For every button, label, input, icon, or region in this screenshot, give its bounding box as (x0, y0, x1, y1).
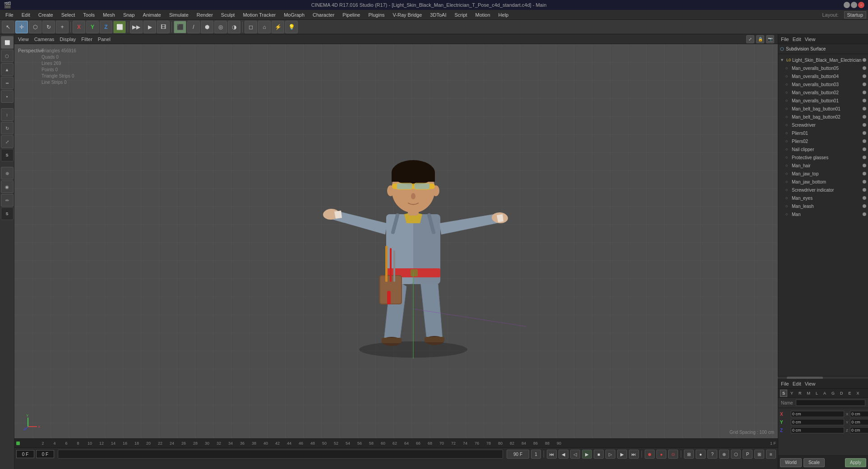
timeline-fps-input[interactable]: 90 F (507, 450, 529, 459)
timeline-auto-key[interactable]: ⊙ (668, 450, 678, 459)
toolbar-light[interactable]: 💡 (285, 21, 298, 33)
menu-tools[interactable]: Tools (79, 11, 98, 18)
vis-1[interactable] (863, 74, 866, 78)
viewport-view-tab[interactable]: View (18, 37, 29, 42)
scene-item-nail-clipper[interactable]: ○ Nail clipper (778, 145, 868, 153)
timeline-ruler[interactable]: 2468101214161820222426283032343638404244… (14, 439, 778, 448)
vis-nc[interactable] (863, 147, 866, 151)
toolbar-z[interactable]: Z (100, 21, 112, 33)
timeline-stop[interactable]: ■ (594, 450, 604, 459)
scene-item-4[interactable]: ○ Man_overalls_button01 (778, 97, 868, 105)
vis-3[interactable] (863, 91, 866, 94)
timeline-icon2[interactable]: ● (696, 450, 706, 459)
timeline-icon1[interactable]: ⊞ (684, 450, 694, 459)
viewport-cameras-tab[interactable]: Cameras (34, 37, 55, 42)
scene-item-2[interactable]: ○ Man_overalls_button03 (778, 80, 868, 88)
timeline-icon5[interactable]: ⬡ (731, 450, 741, 459)
scene-item-jaw-top[interactable]: ○ Man_jaw_top (778, 170, 868, 178)
menu-simulate[interactable]: Simulate (166, 11, 192, 18)
attr-name-input[interactable] (796, 400, 865, 406)
timeline-icon7[interactable]: ⊞ (754, 450, 764, 459)
toolbar-render-to[interactable]: 🎞 (157, 21, 170, 33)
timeline-record[interactable]: ⏺ (645, 450, 655, 459)
timeline-icon4[interactable]: ⊕ (719, 450, 729, 459)
toolbar-extrude[interactable]: ⬢ (201, 21, 213, 33)
sidebar-magnet[interactable]: ⊕ (1, 167, 14, 179)
menu-character[interactable]: Character (309, 11, 338, 18)
menu-file[interactable]: File (2, 11, 17, 18)
timeline-record-pos[interactable]: ● (656, 450, 666, 459)
attr-tab-l[interactable]: L (813, 390, 820, 397)
menu-motion[interactable]: Motion (472, 11, 494, 18)
attr-header-view[interactable]: View (805, 381, 816, 386)
menu-script[interactable]: Script (451, 11, 471, 18)
sidebar-move[interactable]: ↕ (1, 108, 14, 121)
toolbar-pen[interactable]: / (187, 21, 200, 33)
toolbar-x[interactable]: X (73, 21, 85, 33)
scene-item-screwdriver-indicator[interactable]: ○ Screwdriver indicator (778, 186, 868, 194)
vis-ml[interactable] (863, 204, 866, 208)
close-btn[interactable]: × (858, 2, 864, 8)
timeline-step[interactable]: 1 (531, 450, 541, 459)
toolbar-y[interactable]: Y (86, 21, 99, 33)
layout-current[interactable]: Startup (844, 11, 866, 18)
attr-tab-d[interactable]: D (838, 390, 845, 397)
vis-p2[interactable] (863, 139, 866, 143)
vis-jb[interactable] (863, 180, 866, 184)
scene-item-1[interactable]: ○ Man_overalls_button04 (778, 72, 868, 80)
attr-tab-r[interactable]: R (796, 390, 804, 397)
menu-sculpt[interactable]: Sculpt (217, 11, 239, 18)
sidebar-scale[interactable]: ⤢ (1, 135, 14, 148)
attr-tab-y[interactable]: Y (788, 390, 795, 397)
menu-help[interactable]: Help (495, 11, 512, 18)
viewport-cam[interactable]: 📷 (766, 35, 774, 43)
menu-plugins[interactable]: Plugins (365, 11, 388, 18)
timeline-icon6[interactable]: P (743, 450, 753, 459)
vis-me[interactable] (863, 196, 866, 200)
toolbar-pointer[interactable]: ↖ (2, 21, 14, 33)
scene-item-pliers01[interactable]: ○ Pliers01 (778, 129, 868, 137)
toolbar-sel2[interactable]: ◑ (228, 21, 240, 33)
sidebar-rotate[interactable]: ↻ (1, 122, 14, 134)
vis-0[interactable] (863, 66, 866, 70)
attr-header-edit[interactable]: Edit (793, 381, 801, 386)
attr-tab-m[interactable]: M (805, 390, 813, 397)
sidebar-soft-sel[interactable]: ◉ (1, 180, 14, 193)
menu-motion-tracker[interactable]: Motion Tracker (239, 11, 279, 18)
viewport-3d[interactable]: Perspective Triangles 456916 Quads 0 Lin… (14, 44, 778, 438)
maximize-btn[interactable]: □ (851, 2, 857, 8)
toolbar-xyz[interactable]: ⬜ (113, 21, 126, 33)
timeline-icon3[interactable]: ? (707, 450, 717, 459)
attr-z-input2[interactable] (850, 427, 868, 433)
toolbar-cube[interactable]: ⬛ (174, 21, 186, 33)
timeline-next-keyframe[interactable]: ▷ (605, 450, 615, 459)
vis-mh[interactable] (863, 164, 866, 167)
attr-y-input[interactable] (791, 419, 844, 425)
vis-5[interactable] (863, 107, 866, 110)
vis-s[interactable] (863, 123, 866, 127)
current-frame-input[interactable] (16, 450, 34, 458)
scene-header-edit[interactable]: Edit (793, 37, 801, 42)
attr-scale-btn[interactable]: Scale (803, 458, 825, 467)
attr-header-file[interactable]: File (781, 381, 789, 386)
attr-tab-g[interactable]: G (829, 390, 837, 397)
scene-header-file[interactable]: File (781, 37, 789, 42)
current-frame-input2[interactable] (36, 450, 54, 458)
menu-snap[interactable]: Snap (120, 11, 139, 18)
toolbar-loop[interactable]: ◎ (214, 21, 227, 33)
menu-mograph[interactable]: MoGraph (280, 11, 308, 18)
menu-mesh[interactable]: Mesh (99, 11, 119, 18)
menu-animate[interactable]: Animate (139, 11, 165, 18)
vis-4[interactable] (863, 99, 866, 102)
scene-item-man-hair[interactable]: ○ Man_hair (778, 161, 868, 170)
timeline-playhead-bar[interactable] (58, 450, 503, 459)
attr-tab-s[interactable]: S (780, 390, 787, 397)
scene-item-5[interactable]: ○ Man_belt_bag_button01 (778, 105, 868, 113)
attr-x-input[interactable] (791, 411, 844, 417)
menu-vray[interactable]: V-Ray Bridge (389, 11, 426, 18)
attr-z-input[interactable] (791, 427, 844, 433)
scene-item-0[interactable]: ○ Man_overalls_button05 (778, 64, 868, 72)
scene-item-man[interactable]: ○ Man (778, 210, 868, 218)
toolbar-render[interactable]: ▶ (143, 21, 156, 33)
toolbar-transform[interactable]: + (56, 21, 69, 33)
